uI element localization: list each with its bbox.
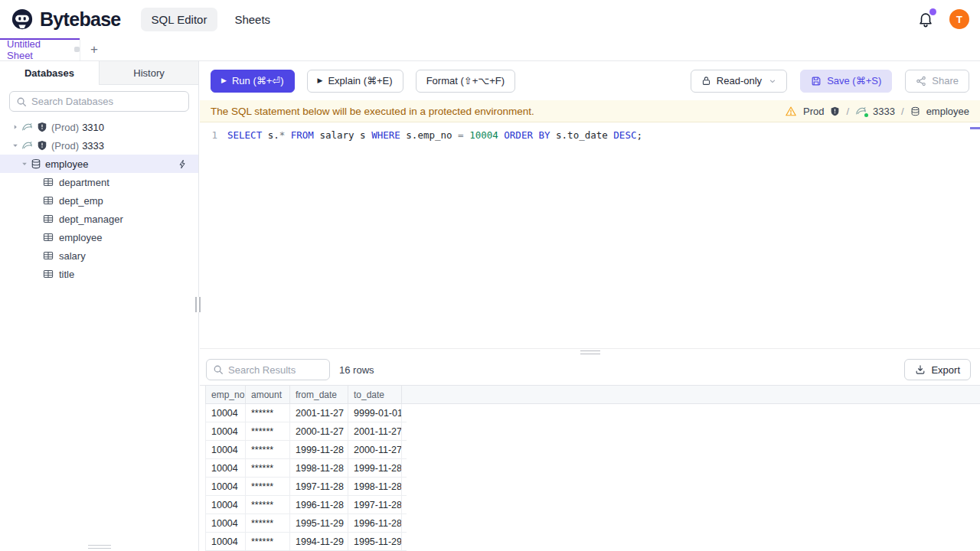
shield-icon <box>37 140 47 151</box>
cell: 1997-11-28 <box>348 496 402 514</box>
brand[interactable]: Bytebase <box>11 8 121 31</box>
cell: 2000-11-27 <box>290 422 348 440</box>
nav-sheets[interactable]: Sheets <box>224 8 281 31</box>
table-row[interactable]: 10004******1995-11-291996-11-28 <box>205 514 407 533</box>
breadcrumb-database[interactable]: employee <box>926 106 969 117</box>
database-search-input[interactable] <box>31 96 182 107</box>
sidebar-table-item[interactable]: dept_emp <box>0 191 198 210</box>
column-header[interactable]: emp_no <box>206 386 246 403</box>
table-row[interactable]: 10004******1998-11-281999-11-28 <box>205 459 407 478</box>
cell: 10004 <box>206 514 246 532</box>
format-button[interactable]: Format (⇧+⌥+F) <box>416 70 515 93</box>
breadcrumb-instance[interactable]: 3333 <box>873 106 895 117</box>
protected-environment-banner: The SQL statement below will be executed… <box>200 100 980 122</box>
table-icon <box>43 195 54 206</box>
table-row[interactable]: 10004******1999-11-282000-11-27 <box>205 441 407 459</box>
add-sheet-button[interactable]: + <box>80 38 108 60</box>
header-right: T <box>917 9 969 29</box>
sidebar-table-item[interactable]: department <box>0 173 198 191</box>
panel-resize-handle-vertical[interactable] <box>195 297 201 312</box>
results-body: 10004******2001-11-279999-01-0110004****… <box>200 404 980 551</box>
sidebar-table-item[interactable]: title <box>0 265 198 283</box>
table-icon <box>43 177 54 187</box>
cell: 10004 <box>206 404 246 422</box>
column-header[interactable]: from_date <box>290 386 348 403</box>
sidebar-tabs: Databases History <box>0 61 198 85</box>
tab-history[interactable]: History <box>99 61 198 85</box>
share-button[interactable]: Share <box>905 70 969 93</box>
cell: ****** <box>246 422 290 440</box>
warning-icon <box>785 106 797 117</box>
search-icon <box>16 96 27 107</box>
explain-button[interactable]: ▶ Explain (⌘+E) <box>307 70 403 93</box>
column-header[interactable]: amount <box>246 386 290 403</box>
sheet-tab-label: Untitled Sheet <box>7 38 68 61</box>
cell: 10004 <box>206 496 246 514</box>
notification-bell-icon[interactable] <box>917 10 934 28</box>
table-icon <box>43 214 54 224</box>
sidebar-table-item[interactable]: salary <box>0 246 198 265</box>
lightning-icon[interactable] <box>178 159 188 169</box>
table-name: department <box>59 177 109 188</box>
panel-resize-handle-horizontal[interactable] <box>200 348 980 354</box>
tree-database-employee[interactable]: employee <box>0 155 198 173</box>
avatar[interactable]: T <box>949 9 969 29</box>
database-icon <box>910 106 920 116</box>
table-row[interactable]: 10004******1996-11-281997-11-28 <box>205 496 407 514</box>
tree-instance-3333[interactable]: (Prod) 3333 <box>0 136 198 155</box>
sidebar-table-item[interactable]: employee <box>0 228 198 246</box>
shield-icon <box>830 106 840 116</box>
cell: 1999-11-28 <box>348 459 402 477</box>
connection-breadcrumb: Prod / 3333 / <box>785 106 969 117</box>
cell: 1997-11-28 <box>290 478 348 495</box>
sidebar-table-item[interactable]: dept_manager <box>0 210 198 228</box>
tab-untitled-sheet[interactable]: Untitled Sheet <box>0 38 80 60</box>
play-icon: ▶ <box>221 77 227 84</box>
sql-code-line: SELECT s.* FROM salary s WHERE s.emp_no … <box>227 128 642 143</box>
table-row[interactable]: 10004******2001-11-279999-01-01 <box>205 404 407 422</box>
readonly-mode-select[interactable]: Read-only <box>691 70 787 93</box>
cell: 2001-11-27 <box>348 422 402 440</box>
column-header[interactable]: to_date <box>348 386 402 403</box>
save-button[interactable]: Save (⌘+S) <box>800 70 892 93</box>
app-window: Bytebase SQL Editor Sheets T Untitled Sh… <box>0 0 980 551</box>
cell: 2001-11-27 <box>290 404 348 422</box>
table-row[interactable]: 10004******1994-11-291995-11-29 <box>205 533 407 551</box>
connection-status-dot <box>864 113 868 117</box>
code-line: 1 SELECT s.* FROM salary s WHERE s.emp_n… <box>200 128 980 143</box>
bytebase-logo-icon <box>11 8 34 31</box>
table-row[interactable]: 10004******2000-11-272001-11-27 <box>205 422 407 441</box>
lock-icon <box>701 76 711 86</box>
cell: 2000-11-27 <box>348 441 402 458</box>
tab-databases[interactable]: Databases <box>0 61 99 85</box>
overview-ruler-mark <box>970 127 980 129</box>
run-button[interactable]: ▶ Run (⌘+⏎) <box>211 70 295 93</box>
sidebar-resize-handle[interactable] <box>88 545 111 549</box>
run-label: Run (⌘+⏎) <box>232 75 284 86</box>
chevron-right-icon[interactable] <box>9 123 21 131</box>
results-search[interactable] <box>206 359 330 380</box>
cell: ****** <box>246 441 290 458</box>
sheet-tabbar: Untitled Sheet + <box>0 38 980 61</box>
export-button[interactable]: Export <box>904 359 971 380</box>
format-label: Format (⇧+⌥+F) <box>426 75 505 86</box>
cell: ****** <box>246 478 290 495</box>
env-badge[interactable]: Prod <box>803 106 824 117</box>
top-nav: SQL Editor Sheets <box>141 8 282 31</box>
main-panel: ▶ Run (⌘+⏎) ▶ Explain (⌘+E) Format (⇧+⌥+… <box>200 61 980 551</box>
database-search[interactable] <box>9 91 189 112</box>
chevron-down-icon[interactable] <box>9 142 21 149</box>
cell: ****** <box>246 533 290 550</box>
table-name: title <box>59 269 74 280</box>
sql-editor[interactable]: 1 SELECT s.* FROM salary s WHERE s.emp_n… <box>200 122 980 348</box>
chevron-down-icon[interactable] <box>18 160 31 168</box>
tree-instance-3310[interactable]: (Prod) 3310 <box>0 118 198 136</box>
table-name: employee <box>59 232 102 243</box>
nav-sql-editor[interactable]: SQL Editor <box>141 8 218 31</box>
cell: ****** <box>246 514 290 532</box>
table-row[interactable]: 10004******1997-11-281998-11-28 <box>205 478 407 496</box>
cell: ****** <box>246 496 290 514</box>
drag-handle[interactable] <box>580 350 600 354</box>
cell: ****** <box>246 404 290 422</box>
results-table: emp_noamountfrom_dateto_date 10004******… <box>200 385 980 551</box>
